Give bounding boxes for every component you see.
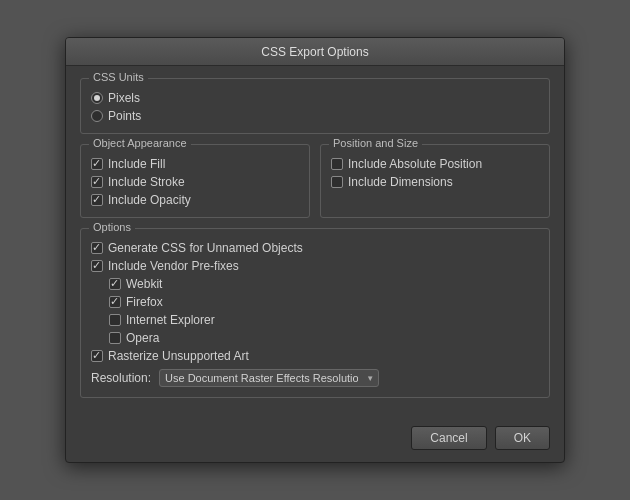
check-vendor-prefixes[interactable]: Include Vendor Pre-fixes: [91, 259, 539, 273]
resolution-select[interactable]: Use Document Raster Effects Resolution 7…: [159, 369, 379, 387]
position-size-group: Position and Size Include Absolute Posit…: [320, 144, 550, 218]
check-firefox[interactable]: Firefox: [109, 295, 539, 309]
dialog: CSS Export Options CSS Units Pixels Poin…: [65, 37, 565, 463]
dialog-body: CSS Units Pixels Points Object Appearanc…: [66, 66, 564, 418]
object-appearance-label: Object Appearance: [89, 137, 191, 149]
resolution-row: Resolution: Use Document Raster Effects …: [91, 369, 539, 387]
check-include-opacity[interactable]: Include Opacity: [91, 193, 299, 207]
check-webkit-input[interactable]: [109, 278, 121, 290]
include-fill-label: Include Fill: [108, 157, 165, 171]
check-absolute-position[interactable]: Include Absolute Position: [331, 157, 539, 171]
check-include-opacity-input[interactable]: [91, 194, 103, 206]
dialog-footer: Cancel OK: [66, 418, 564, 462]
check-generate-css-input[interactable]: [91, 242, 103, 254]
check-opera[interactable]: Opera: [109, 331, 539, 345]
internet-explorer-label: Internet Explorer: [126, 313, 215, 327]
rasterize-label: Rasterize Unsupported Art: [108, 349, 249, 363]
check-vendor-prefixes-input[interactable]: [91, 260, 103, 272]
check-rasterize-input[interactable]: [91, 350, 103, 362]
options-group: Options Generate CSS for Unnamed Objects…: [80, 228, 550, 398]
radio-points[interactable]: Points: [91, 109, 539, 123]
check-include-fill-input[interactable]: [91, 158, 103, 170]
include-opacity-label: Include Opacity: [108, 193, 191, 207]
check-internet-explorer-input[interactable]: [109, 314, 121, 326]
vendor-prefixes-label: Include Vendor Pre-fixes: [108, 259, 239, 273]
cancel-button[interactable]: Cancel: [411, 426, 486, 450]
check-dimensions-input[interactable]: [331, 176, 343, 188]
middle-row: Object Appearance Include Fill Include S…: [80, 144, 550, 228]
check-internet-explorer[interactable]: Internet Explorer: [109, 313, 539, 327]
position-size-content: Include Absolute Position Include Dimens…: [331, 157, 539, 189]
check-include-stroke-input[interactable]: [91, 176, 103, 188]
dimensions-label: Include Dimensions: [348, 175, 453, 189]
dialog-title: CSS Export Options: [66, 38, 564, 66]
resolution-label: Resolution:: [91, 371, 151, 385]
radio-pixels[interactable]: Pixels: [91, 91, 539, 105]
radio-points-label: Points: [108, 109, 141, 123]
check-dimensions[interactable]: Include Dimensions: [331, 175, 539, 189]
check-rasterize[interactable]: Rasterize Unsupported Art: [91, 349, 539, 363]
css-units-content: Pixels Points: [91, 91, 539, 123]
options-content: Generate CSS for Unnamed Objects Include…: [91, 241, 539, 387]
include-stroke-label: Include Stroke: [108, 175, 185, 189]
firefox-label: Firefox: [126, 295, 163, 309]
check-firefox-input[interactable]: [109, 296, 121, 308]
check-include-stroke[interactable]: Include Stroke: [91, 175, 299, 189]
check-generate-css[interactable]: Generate CSS for Unnamed Objects: [91, 241, 539, 255]
check-include-fill[interactable]: Include Fill: [91, 157, 299, 171]
check-absolute-position-input[interactable]: [331, 158, 343, 170]
radio-pixels-input[interactable]: [91, 92, 103, 104]
object-appearance-content: Include Fill Include Stroke Include Opac…: [91, 157, 299, 207]
position-size-label: Position and Size: [329, 137, 422, 149]
radio-points-input[interactable]: [91, 110, 103, 122]
opera-label: Opera: [126, 331, 159, 345]
generate-css-label: Generate CSS for Unnamed Objects: [108, 241, 303, 255]
css-units-group: CSS Units Pixels Points: [80, 78, 550, 134]
css-units-label: CSS Units: [89, 71, 148, 83]
resolution-select-wrapper[interactable]: Use Document Raster Effects Resolution 7…: [159, 369, 379, 387]
object-appearance-group: Object Appearance Include Fill Include S…: [80, 144, 310, 218]
radio-pixels-label: Pixels: [108, 91, 140, 105]
ok-button[interactable]: OK: [495, 426, 550, 450]
options-label: Options: [89, 221, 135, 233]
check-webkit[interactable]: Webkit: [109, 277, 539, 291]
check-opera-input[interactable]: [109, 332, 121, 344]
absolute-position-label: Include Absolute Position: [348, 157, 482, 171]
webkit-label: Webkit: [126, 277, 162, 291]
